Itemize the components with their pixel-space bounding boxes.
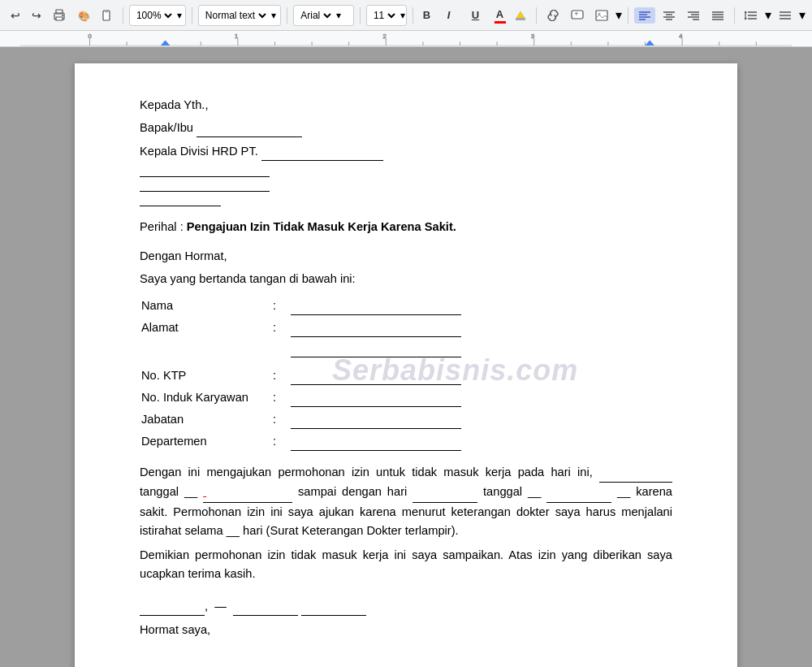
align-center-button[interactable] <box>659 7 680 24</box>
separator-1 <box>123 7 123 24</box>
separator-2 <box>192 7 192 24</box>
info-table: Nama : Alamat : No. KTP : <box>140 294 672 453</box>
svg-text:+: + <box>575 10 579 18</box>
link-button[interactable] <box>542 7 564 24</box>
recipient-line2: Kepala Divisi HRD PT. <box>140 142 672 161</box>
font-size-selector[interactable]: 11 ▾ <box>366 5 407 26</box>
align-right-button[interactable] <box>683 7 704 24</box>
zoom-select-input[interactable]: 100% <box>133 9 175 22</box>
recipient-line1: Bapak/Ibu <box>140 119 672 137</box>
svg-text:4: 4 <box>679 32 682 40</box>
insert-comment-button[interactable]: + <box>567 7 588 24</box>
separator-5 <box>412 7 413 24</box>
svg-text:3: 3 <box>531 32 534 40</box>
undo-button[interactable]: ↩ <box>6 6 24 24</box>
separator-6 <box>536 7 537 24</box>
paragraph-style-selector[interactable]: Normal text ▾ <box>198 5 281 26</box>
size-select-input[interactable]: 11 <box>370 9 398 22</box>
svg-text:2: 2 <box>383 32 387 40</box>
separator-4 <box>360 7 361 24</box>
redo-button[interactable]: ↪ <box>28 6 45 24</box>
bold-button[interactable]: B <box>419 6 440 24</box>
perihal-line: Perihal : Pengajuan Izin Tidak Masuk Ker… <box>140 218 672 236</box>
separator-3 <box>287 7 287 24</box>
address-block <box>140 166 672 206</box>
field-nama: Nama : <box>141 296 671 316</box>
document-page: Serbabisnis.com Kepada Yth., Bapak/Ibu K… <box>75 63 737 667</box>
toolbar: ↩ ↪ 🎨 100% ▾ Normal text ▾ Arial ▾ 11 <box>0 0 812 31</box>
body-paragraph-1: Dengan ini mengajukan permohonan izin un… <box>140 463 672 541</box>
body-paragraph-2: Demikian permohonan izin tidak masuk ker… <box>140 546 672 584</box>
font-selector[interactable]: Arial ▾ <box>293 5 354 26</box>
highlight-button[interactable] <box>511 7 530 24</box>
underline-button[interactable]: U <box>468 6 489 24</box>
paint-format-button[interactable]: 🎨 <box>73 6 94 24</box>
document-area[interactable]: Serbabisnis.com Kepada Yth., Bapak/Ibu K… <box>0 47 812 667</box>
font-select-input[interactable]: Arial <box>297 9 334 22</box>
ruler: 0 1 2 3 4 <box>0 31 812 47</box>
field-nip: No. Induk Karyawan : <box>141 388 671 408</box>
dengan-hormat: Dengan Hormat, <box>140 247 672 265</box>
field-departemen: Departemen : <box>141 431 671 452</box>
svg-rect-6 <box>105 10 108 12</box>
separator-8 <box>734 7 735 24</box>
clipboard-button[interactable] <box>97 7 117 24</box>
svg-rect-10 <box>596 11 607 20</box>
field-ktp: No. KTP : <box>141 362 671 386</box>
field-jabatan: Jabatan : <box>141 409 671 430</box>
svg-point-3 <box>62 15 63 16</box>
document-content[interactable]: Kepada Yth., Bapak/Ibu Kepala Divisi HRD… <box>140 96 672 667</box>
svg-rect-7 <box>516 18 525 20</box>
svg-rect-2 <box>56 17 63 20</box>
print-button[interactable] <box>49 6 70 24</box>
date-line: , — <box>140 597 672 616</box>
field-alamat: Alamat : <box>141 318 671 360</box>
align-justify-button[interactable] <box>707 7 728 24</box>
svg-text:0: 0 <box>89 32 92 40</box>
svg-text:🎨: 🎨 <box>78 10 90 22</box>
greeting-to: Kepada Yth., <box>140 96 672 114</box>
italic-button[interactable]: I <box>443 6 464 24</box>
svg-text:1: 1 <box>235 32 238 40</box>
zoom-selector[interactable]: 100% ▾ <box>129 5 186 26</box>
insert-image-button[interactable] <box>591 7 612 24</box>
svg-rect-34 <box>20 31 792 46</box>
separator-7 <box>628 7 628 24</box>
closing-greeting: Hormat saya, <box>140 621 672 639</box>
text-color-button[interactable]: A <box>492 6 508 25</box>
style-select-input[interactable]: Normal text <box>202 9 269 22</box>
intro-text: Saya yang bertanda tangan di bawah ini: <box>140 270 672 288</box>
align-left-button[interactable] <box>634 7 655 24</box>
list-options-button[interactable] <box>775 7 796 24</box>
line-spacing-button[interactable] <box>741 7 762 24</box>
